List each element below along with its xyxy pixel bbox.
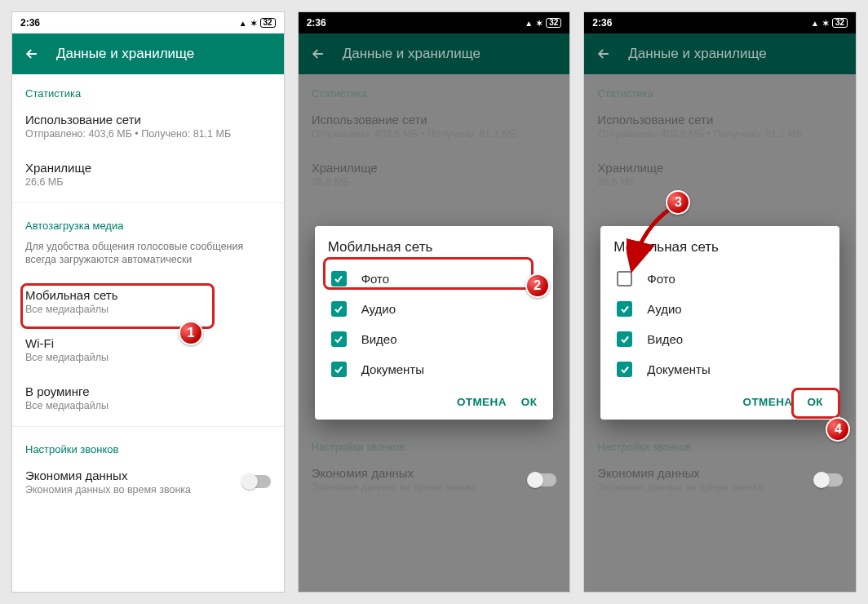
storage-sub: 26,6 МБ <box>597 176 843 188</box>
item-network-usage[interactable]: Использование сети Отправлено: 403,6 МБ … <box>12 103 284 151</box>
back-button[interactable] <box>310 46 326 62</box>
cancel-button[interactable]: ОТМЕНА <box>457 396 507 408</box>
checkbox-video[interactable] <box>617 331 632 347</box>
label-video: Видео <box>647 332 683 346</box>
section-statistics: Статистика <box>12 74 284 103</box>
label-photo: Фото <box>361 272 389 286</box>
item-roaming[interactable]: В роуминге Все медиафайлы <box>12 375 284 423</box>
datasave-title: Экономия данных <box>25 469 233 482</box>
datasave-sub: Экономия данных во время звонка <box>25 484 233 495</box>
section-statistics: Статистика <box>299 74 570 103</box>
signal-icon: ▲ <box>811 19 819 28</box>
label-docs: Документы <box>361 362 424 376</box>
item-data-saving: Экономия данных Экономия данных во время… <box>299 456 570 504</box>
ok-button[interactable]: ОК <box>807 396 823 408</box>
appbar-title: Данные и хранилище <box>628 46 766 62</box>
item-data-saving[interactable]: Экономия данных Экономия данных во время… <box>12 459 284 507</box>
network-usage-sub: Отправлено: 403,6 МБ • Получено: 81,1 МБ <box>597 128 843 140</box>
network-usage-title: Использование сети <box>25 113 271 127</box>
wifi-icon: ✶ <box>250 19 257 28</box>
option-audio[interactable]: Аудио <box>613 294 826 324</box>
battery-icon: 32 <box>260 18 276 28</box>
status-time: 2:36 <box>592 17 612 29</box>
item-storage: Хранилище 26,6 МБ <box>299 151 570 199</box>
section-calls: Настройки звонков <box>584 428 856 456</box>
section-calls: Настройки звонков <box>12 430 284 459</box>
option-photo[interactable]: Фото <box>328 264 541 294</box>
signal-icon: ▲ <box>525 19 533 28</box>
datasave-toggle <box>815 473 843 486</box>
network-usage-title: Использование сети <box>597 113 843 127</box>
storage-title: Хранилище <box>312 161 557 175</box>
wifi-icon: ✶ <box>822 19 829 28</box>
item-network-usage: Использование сети Отправлено: 403,6 МБ … <box>299 103 570 151</box>
section-autodownload: Автозагрузка медиа <box>12 207 284 235</box>
storage-sub: 26,6 МБ <box>25 176 271 188</box>
dialog-title: Мобильная сеть <box>613 239 826 264</box>
signal-icon: ▲ <box>239 19 247 28</box>
section-statistics: Статистика <box>584 74 856 103</box>
mobile-network-dialog: Мобильная сеть Фото Аудио Видео Документ… <box>600 226 839 420</box>
status-time: 2:36 <box>20 17 40 29</box>
storage-title: Хранилище <box>25 161 271 175</box>
wifi-icon: ✶ <box>536 19 542 28</box>
label-audio: Аудио <box>361 302 396 316</box>
storage-title: Хранилище <box>597 161 843 175</box>
battery-icon: 32 <box>832 18 848 28</box>
checkbox-audio[interactable] <box>331 301 347 317</box>
checkbox-photo[interactable] <box>331 271 347 286</box>
item-storage[interactable]: Хранилище 26,6 МБ <box>12 151 284 199</box>
status-icons: ▲ ✶ 32 <box>239 18 276 28</box>
option-video[interactable]: Видео <box>613 324 826 354</box>
checkbox-docs[interactable] <box>617 362 632 377</box>
checkbox-docs[interactable] <box>331 362 347 377</box>
back-button[interactable] <box>24 46 40 62</box>
checkbox-video[interactable] <box>331 331 347 347</box>
datasave-sub: Экономия данных во время звонка <box>312 482 520 493</box>
option-photo[interactable]: Фото <box>613 264 826 294</box>
label-audio: Аудио <box>647 302 681 316</box>
ok-button[interactable]: ОК <box>521 396 538 408</box>
option-docs[interactable]: Документы <box>613 354 826 384</box>
option-audio[interactable]: Аудио <box>328 294 541 324</box>
android-statusbar: 2:36 ▲ ✶ 32 <box>12 12 284 33</box>
mobile-title: Мобильная сеть <box>25 288 271 302</box>
datasave-toggle[interactable] <box>243 475 271 488</box>
storage-sub: 26,6 МБ <box>312 176 557 188</box>
cancel-button[interactable]: ОТМЕНА <box>743 396 793 408</box>
mobile-network-dialog: Мобильная сеть Фото Аудио Видео Документ… <box>315 226 554 420</box>
roaming-sub: Все медиафайлы <box>25 400 271 411</box>
autodownload-desc: Для удобства общения голосовые сообщения… <box>12 235 284 278</box>
checkbox-photo[interactable] <box>617 271 632 286</box>
appbar: Данные и хранилище <box>299 33 570 74</box>
datasave-toggle <box>529 473 556 486</box>
option-docs[interactable]: Документы <box>328 354 541 384</box>
divider <box>12 202 284 203</box>
mobile-sub: Все медиафайлы <box>25 304 271 315</box>
label-docs: Документы <box>647 362 710 376</box>
back-button[interactable] <box>596 46 612 62</box>
dialog-actions: ОТМЕНА ОК <box>328 384 541 413</box>
appbar: Данные и хранилище <box>584 33 856 74</box>
settings-content: Статистика Использование сети Отправлено… <box>12 74 284 507</box>
phone-screen-3: 2:36 ▲ ✶ 32 Данные и хранилище Статистик… <box>583 11 857 593</box>
dialog-actions: ОТМЕНА ОК <box>613 384 826 413</box>
appbar: Данные и хранилище <box>12 33 284 74</box>
android-statusbar: 2:36 ▲ ✶ 32 <box>584 12 856 33</box>
item-mobile-network[interactable]: Мобильная сеть Все медиафайлы <box>12 278 284 326</box>
network-usage-sub: Отправлено: 403,6 МБ • Получено: 81,1 МБ <box>312 128 557 140</box>
checkbox-audio[interactable] <box>617 301 632 317</box>
datasave-title: Экономия данных <box>312 466 520 480</box>
item-wifi[interactable]: Wi-Fi Все медиафайлы <box>12 326 284 375</box>
network-usage-title: Использование сети <box>312 113 557 127</box>
status-icons: ▲ ✶ 32 <box>525 18 561 28</box>
dialog-title: Мобильная сеть <box>328 239 541 264</box>
datasave-title: Экономия данных <box>597 466 805 480</box>
option-video[interactable]: Видео <box>328 324 541 354</box>
item-data-saving: Экономия данных Экономия данных во время… <box>584 456 856 504</box>
android-statusbar: 2:36 ▲ ✶ 32 <box>299 12 570 33</box>
label-video: Видео <box>361 332 397 346</box>
item-network-usage: Использование сети Отправлено: 403,6 МБ … <box>584 103 856 151</box>
divider <box>12 426 284 427</box>
phone-screen-1: 2:36 ▲ ✶ 32 Данные и хранилище Статистик… <box>11 11 285 593</box>
